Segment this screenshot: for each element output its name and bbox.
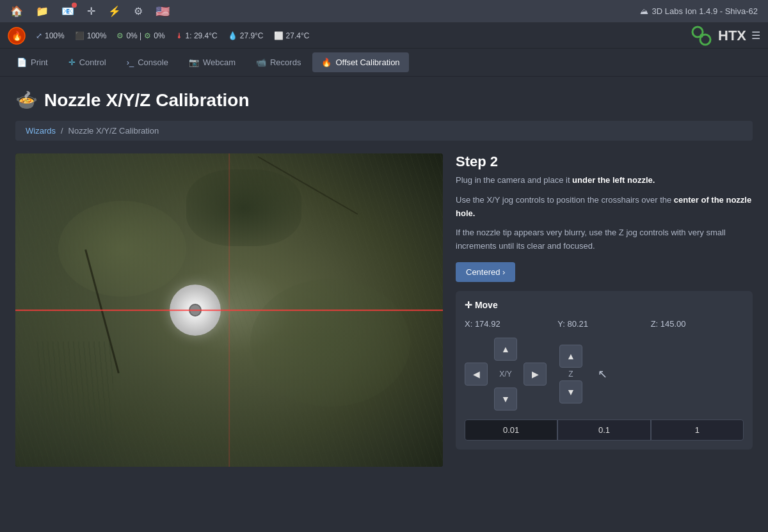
- flow-icon: ⚙: [116, 31, 124, 40]
- tab-control[interactable]: ✛ Control: [60, 52, 115, 72]
- increment-1-button[interactable]: 1: [651, 419, 744, 441]
- move-section: ✛ Move X: 174.92 Y: 80.21 Z: 145.00 ▲: [456, 291, 753, 450]
- z-plus-button[interactable]: ▲: [559, 345, 582, 368]
- breadcrumb-current: Nozzle X/Y/Z Calibration: [68, 126, 159, 136]
- x-coordinate: X: 174.92: [465, 319, 557, 329]
- breadcrumb-wizards[interactable]: Wizards: [26, 126, 56, 136]
- svg-text:🔥: 🔥: [12, 31, 23, 42]
- records-tab-icon: 📹: [256, 58, 266, 67]
- control-tab-label: Control: [79, 58, 106, 67]
- fan1-value: 100%: [45, 31, 65, 40]
- app-title: 3D Labs Ion 1.4.9 - Shiva-62: [652, 6, 758, 16]
- print-tab-icon: 📄: [17, 58, 27, 67]
- instruction-2: Use the X/Y jog controls to position the…: [456, 194, 753, 221]
- increment-0.01-button[interactable]: 0.01: [465, 419, 557, 441]
- coordinates-row: X: 174.92 Y: 80.21 Z: 145.00: [465, 319, 744, 329]
- crosshair-vertical: [228, 153, 230, 467]
- records-tab-label: Records: [270, 58, 301, 67]
- x-plus-button[interactable]: ▶: [524, 363, 547, 386]
- breadcrumb: Wizards / Nozzle X/Y/Z Calibration: [15, 121, 753, 141]
- fan2-value: 100%: [87, 31, 107, 40]
- move-title: ✛ Move: [465, 300, 744, 310]
- top-bar-nav: 🏠 📁 📧 ✛ ⚡ ⚙ 🇺🇸: [10, 4, 170, 19]
- xy-label: X/Y: [499, 370, 511, 379]
- page-title-area: 🍲 Nozzle X/Y/Z Calibration: [15, 90, 753, 111]
- centered-button[interactable]: Centered ›: [456, 262, 515, 282]
- top-bar: 🏠 📁 📧 ✛ ⚡ ⚙ 🇺🇸 ⛰ 3D Labs Ion 1.4.9 - Shi…: [0, 0, 768, 23]
- status-fan2: ⬛ 100%: [75, 31, 107, 40]
- bolt-icon[interactable]: ⚡: [108, 5, 121, 17]
- dark-area: [186, 169, 301, 246]
- status-menu-icon[interactable]: ☰: [751, 29, 760, 42]
- centered-button-label: Centered ›: [466, 267, 505, 277]
- gear-icon[interactable]: ⚙: [134, 5, 143, 17]
- offset-tab-icon: 🔥: [321, 58, 332, 67]
- temp2-icon: 💧: [228, 31, 237, 40]
- page-content: 🍲 Nozzle X/Y/Z Calibration Wizards / Noz…: [0, 77, 768, 480]
- status-flow: ⚙ 0% | ⚙ 0%: [116, 31, 164, 40]
- instruction-3: If the nozzle tip appears very blurry, u…: [456, 226, 753, 253]
- increment-row: 0.01 0.1 1: [465, 419, 744, 441]
- page-title-icon: 🍲: [15, 90, 38, 111]
- tab-print[interactable]: 📄 Print: [8, 52, 57, 72]
- z-coordinate: Z: 145.00: [651, 319, 744, 329]
- chain-logo-icon: [690, 24, 713, 47]
- fire-logo-icon: 🔥: [8, 27, 26, 45]
- step-section: Step 2 Plug in the camera and place it u…: [456, 153, 753, 282]
- cursor-indicator: ↖: [598, 367, 607, 381]
- target-icon[interactable]: ✛: [87, 5, 95, 17]
- xy-jog-grid: ▲ ◀ X/Y ▶ ▼: [465, 338, 547, 411]
- app-title-area: ⛰ 3D Labs Ion 1.4.9 - Shiva-62: [640, 6, 758, 16]
- camera-image: [15, 153, 443, 467]
- y-plus-button[interactable]: ▲: [494, 338, 517, 361]
- fan1-icon: ⤢: [36, 31, 42, 40]
- status-fan1: ⤢ 100%: [36, 31, 65, 40]
- increment-0.1-button[interactable]: 0.1: [557, 419, 650, 441]
- texture-blob1: [58, 201, 186, 297]
- z-jog-area: ▲ Z ▼: [559, 345, 582, 403]
- camera-view: [15, 153, 443, 467]
- temp2-value: 27.9°C: [240, 31, 264, 40]
- step-number: Step 2: [456, 153, 753, 170]
- control-tab-icon: ✛: [68, 58, 76, 67]
- y-minus-button[interactable]: ▼: [494, 387, 517, 411]
- main-layout: Step 2 Plug in the camera and place it u…: [15, 153, 753, 467]
- flow-value2: 0%: [154, 31, 164, 40]
- mountain-icon: ⛰: [640, 6, 648, 16]
- stripe-texture: [36, 341, 113, 457]
- step-instructions: Plug in the camera and place it under th…: [456, 174, 753, 253]
- home-icon[interactable]: 🏠: [10, 5, 23, 17]
- status-temp2: 💧 27.9°C: [228, 31, 264, 40]
- tab-offset-calibration[interactable]: 🔥 Offset Calibration: [312, 52, 408, 72]
- brand-icon: 🔥: [8, 27, 26, 45]
- files-icon[interactable]: 📁: [36, 5, 49, 17]
- status-temp1: 🌡 1: 29.4°C: [175, 31, 218, 40]
- right-panel: Step 2 Plug in the camera and place it u…: [456, 153, 753, 450]
- temp3-value: 27.4°C: [286, 31, 310, 40]
- temp3-icon: ⬜: [274, 31, 284, 40]
- tab-records[interactable]: 📹 Records: [247, 52, 310, 72]
- tab-webcam[interactable]: 📷 Webcam: [180, 52, 244, 72]
- z-minus-button[interactable]: ▼: [559, 380, 582, 403]
- x-minus-button[interactable]: ◀: [465, 363, 488, 386]
- y-coordinate: Y: 80.21: [557, 319, 650, 329]
- z-label: Z: [568, 370, 573, 379]
- tab-bar: 📄 Print ✛ Control ›_ Console 📷 Webcam 📹 …: [0, 49, 768, 77]
- texture-blob2: [250, 279, 410, 407]
- webcam-tab-label: Webcam: [203, 58, 236, 67]
- page-title-text: Nozzle X/Y/Z Calibration: [44, 90, 249, 111]
- status-logo: HTX ☰: [690, 24, 760, 47]
- breadcrumb-separator: /: [61, 126, 63, 136]
- flow-value: 0% |: [126, 31, 141, 40]
- flow-icon2: ⚙: [144, 31, 151, 40]
- tab-console[interactable]: ›_ Console: [118, 52, 177, 72]
- htx-brand-text: HTX: [718, 27, 746, 44]
- mail-icon[interactable]: 📧: [61, 5, 74, 17]
- console-tab-icon: ›_: [127, 58, 134, 67]
- jog-area: ▲ ◀ X/Y ▶ ▼ ▲ Z ▼: [465, 338, 744, 411]
- flag-icon[interactable]: 🇺🇸: [156, 4, 170, 19]
- status-bar: 🔥 ⤢ 100% ⬛ 100% ⚙ 0% | ⚙ 0% 🌡 1: 29.4°C …: [0, 23, 768, 49]
- console-tab-label: Console: [138, 58, 168, 67]
- fan2-icon: ⬛: [75, 31, 84, 40]
- webcam-tab-icon: 📷: [189, 58, 199, 67]
